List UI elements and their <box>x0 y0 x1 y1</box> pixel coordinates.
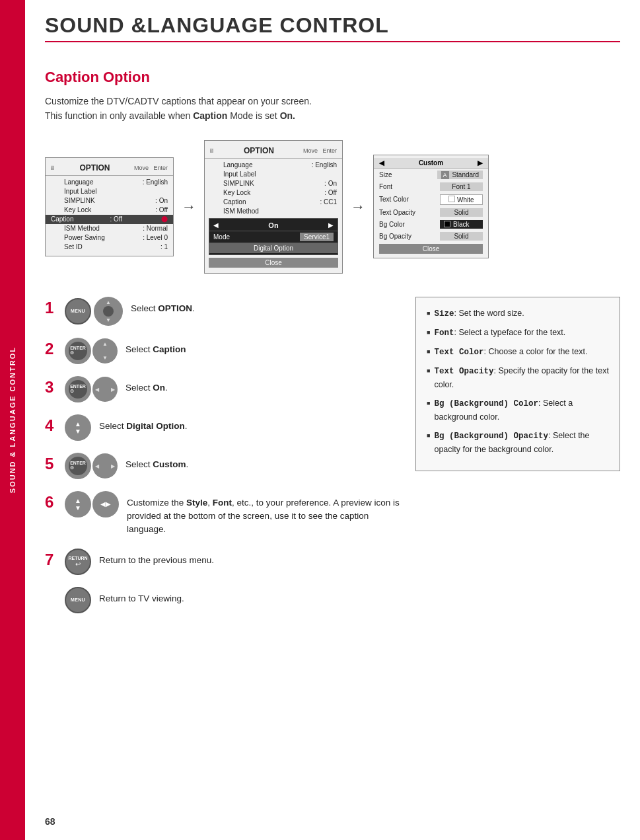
updown-button-6[interactable]: ▲ ▼ <box>65 491 91 517</box>
step-last-text: Return to TV viewing. <box>99 587 184 605</box>
step-6-text: Customize the Style, Font, etc., to your… <box>127 491 402 537</box>
custom-menu-screenshot: ◀ Custom ▶ Size A Standard Font Font 1 T… <box>373 155 489 258</box>
step-7: 7 RETURN ↩ Return to the previous menu. <box>45 549 402 575</box>
description: Customize the DTV/CADTV captions that ap… <box>45 94 620 124</box>
step-1-icon: MENU ▲ ▼ <box>65 297 123 326</box>
step-6: 6 ▲ ▼ ◀ ▶ Customize the Style, Font, etc… <box>45 491 402 537</box>
info-item-bgcolor: Bg (Background) Color: Select a backgrou… <box>427 397 609 424</box>
return-button[interactable]: RETURN ↩ <box>65 549 91 575</box>
nav-pad-3[interactable]: ◀ ▶ <box>92 377 118 402</box>
menu1-row-setid: Set ID: 1 <box>46 243 173 252</box>
sidebar: SOUND & LANGUAGE CONTROL <box>0 0 25 840</box>
menu1-row-caption: Caption: Off ⬤ <box>46 215 173 224</box>
step-3: 3 ENTER⊙ ◀ ▶ Select On. <box>45 376 402 402</box>
arrow-1: → <box>182 198 196 215</box>
step-2: 2 ENTER⊙ ▲ ▼ Select Caption <box>45 338 402 364</box>
sidebar-label: SOUND & LANGUAGE CONTROL <box>9 346 17 493</box>
section-title: Caption Option <box>45 69 620 86</box>
main-content: SOUND &LANGUAGE CONTROL Caption Option C… <box>25 0 640 645</box>
digital-option-item: Digital Option <box>209 243 338 253</box>
step-7-text: Return to the previous menu. <box>99 549 214 567</box>
desc-bold1: Caption <box>193 110 227 121</box>
updown-button[interactable]: ▲ ▼ <box>65 414 91 441</box>
menu-button-last[interactable]: MENU <box>65 587 91 613</box>
nav-pad-1[interactable]: ▲ ▼ <box>94 297 123 326</box>
info-box: Size: Set the word size. Font: Select a … <box>415 297 620 471</box>
screenshots-row: 🖥 OPTION Move Enter Language: English In… <box>45 140 620 274</box>
step-last-icon: MENU <box>65 587 91 613</box>
step-7-icon: RETURN ↩ <box>65 549 91 575</box>
step-number-3: 3 <box>45 379 57 395</box>
arrow-2: → <box>351 198 365 215</box>
menu1-row-powersaving: Power Saving: Level 0 <box>46 233 173 243</box>
step-4-text: Select Digital Option. <box>99 414 188 433</box>
info-item-textopacity: Text Opacity: Specify the opacity for th… <box>427 364 609 391</box>
menu-screenshot-2: 🖥 OPTION Move Enter Language: English In… <box>204 140 343 274</box>
step-1: 1 MENU ▲ ▼ Select OPTION. <box>45 297 402 326</box>
info-item-size: Size: Set the word size. <box>427 307 609 321</box>
step-menu-last: 8 MENU Return to TV viewing. <box>45 587 402 613</box>
info-item-font: Font: Select a typeface for the text. <box>427 326 609 340</box>
steps-right: Size: Set the word size. Font: Select a … <box>415 297 620 471</box>
step-number-1: 1 <box>45 300 57 316</box>
menu1-title: OPTION <box>79 163 110 172</box>
step-number-4: 4 <box>45 418 57 434</box>
custom-title: Custom <box>419 159 443 167</box>
step-number-2: 2 <box>45 341 57 357</box>
step-2-text: Select Caption <box>125 338 186 356</box>
step-2-icon: ENTER⊙ ▲ ▼ <box>65 338 118 364</box>
page-title: SOUND &LANGUAGE CONTROL <box>45 13 620 42</box>
nav-pad-5[interactable]: ◀ ▶ <box>92 453 118 478</box>
nav-pad-2[interactable]: ▲ ▼ <box>92 338 118 363</box>
step-5: 5 ENTER⊙ ◀ ▶ Select Custom. <box>45 453 402 479</box>
step-3-text: Select On. <box>125 376 168 395</box>
enter-button-3[interactable]: ENTER⊙ <box>65 376 91 402</box>
step-4: 4 ▲ ▼ Select Digital Option. <box>45 414 402 441</box>
menu1-row-keylock: Key Lock: Off <box>46 206 173 215</box>
step-5-text: Select Custom. <box>125 453 188 471</box>
info-list: Size: Set the word size. Font: Select a … <box>427 307 609 456</box>
desc-mid: Mode is set <box>230 110 277 121</box>
step-number-6: 6 <box>45 494 57 510</box>
step-number-5: 5 <box>45 456 57 472</box>
leftright-button-6[interactable]: ◀ ▶ <box>92 491 119 517</box>
desc-line2: This function in only available when <box>45 110 190 121</box>
step-6-icon: ▲ ▼ ◀ ▶ <box>65 491 119 517</box>
menu1-row-ism: ISM Method: Normal <box>46 224 173 233</box>
menu1-row-language: Language: English <box>46 178 173 187</box>
steps-left: 1 MENU ▲ ▼ Select OPTION. <box>45 297 402 625</box>
info-item-textcolor: Text Color: Choose a color for the text. <box>427 345 609 359</box>
enter-button-5[interactable]: ENTER⊙ <box>65 453 91 479</box>
custom-close-btn[interactable]: Close <box>379 244 483 254</box>
step-3-icon: ENTER⊙ ◀ ▶ <box>65 376 118 402</box>
enter-button-2[interactable]: ENTER⊙ <box>65 338 91 364</box>
step-4-icon: ▲ ▼ <box>65 414 91 441</box>
desc-bold2: On. <box>280 110 295 121</box>
step-5-icon: ENTER⊙ ◀ ▶ <box>65 453 118 479</box>
steps-section: 1 MENU ▲ ▼ Select OPTION. <box>45 297 620 625</box>
step-1-text: Select OPTION. <box>131 297 195 315</box>
info-item-bgopacity: Bg (Background) Opacity: Select the opac… <box>427 429 609 456</box>
menu-screenshot-1: 🖥 OPTION Move Enter Language: English In… <box>45 157 174 256</box>
menu1-row-simplink: SIMPLINK: On <box>46 196 173 206</box>
sub-menu: ◀ On ▶ Mode Service1 Digital Option <box>209 218 338 255</box>
close-btn-menu2[interactable]: Close <box>209 258 338 268</box>
menu-button[interactable]: MENU <box>65 298 91 325</box>
desc-line1: Customize the DTV/CADTV captions that ap… <box>45 96 312 106</box>
step-number-7: 7 <box>45 552 57 568</box>
page-number: 68 <box>25 816 55 827</box>
menu1-row-inputlabel: Input Label <box>46 187 173 196</box>
